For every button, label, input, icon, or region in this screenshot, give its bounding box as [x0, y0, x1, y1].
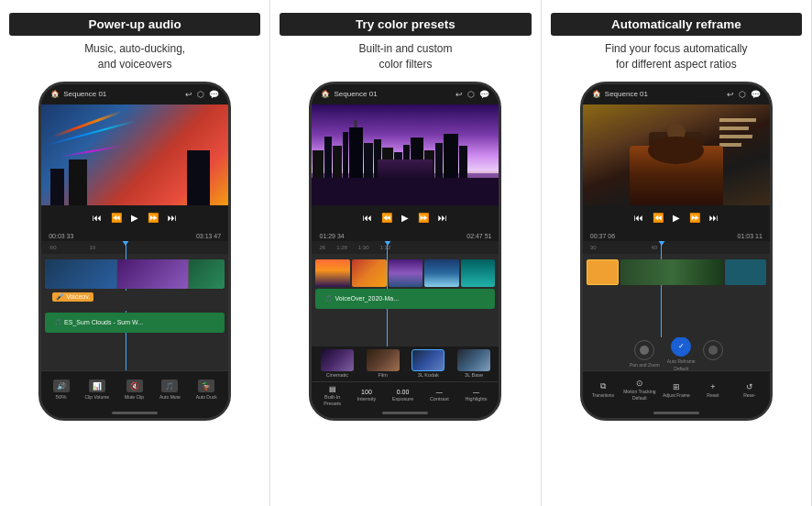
clip-volume-icon: 📊 — [89, 380, 105, 392]
controls-bar-1[interactable]: ⏮ ⏪ ▶ ⏩ ⏭ — [41, 205, 228, 231]
voiceover-label: 🎤 Voiceov. — [52, 292, 93, 302]
tb-mute-label: Mute Clip — [125, 394, 144, 400]
bottom-toolbar-3: ⧉ Transitions ⊙ Motion Tracking Default … — [583, 370, 770, 409]
tb-volume[interactable]: 🔊 50% — [53, 380, 70, 400]
tb-type-label: Auto Mute — [159, 394, 181, 400]
step-fwd-btn-3[interactable]: ⏩ — [689, 213, 700, 223]
voiceover-track-2: 🎵 VoiceOver_2020-Ma... — [315, 289, 495, 309]
timecode-2: 01:29 34 02:47 51 — [312, 231, 499, 241]
timecode-1: 00:03 33 03:13 47 — [41, 231, 228, 241]
adj-intensity[interactable]: 100 Intensity — [357, 389, 376, 402]
adj-exposure[interactable]: 0.00 Exposure — [392, 389, 413, 402]
play-btn-1[interactable]: ▶ — [131, 213, 138, 223]
sequence-label-1: Sequence 01 — [63, 90, 106, 98]
home-indicator-2 — [312, 409, 499, 418]
tb-clip-volume[interactable]: 📊 Clip Volume — [84, 380, 109, 400]
play-btn-3[interactable]: ▶ — [673, 213, 680, 223]
timeline-2: 261:281:301:32 🎵 VoiceOver_2020-Ma... — [312, 241, 499, 346]
phone-color: 🏠 Sequence 01 ↩ ⬡ 💬 — [309, 82, 501, 421]
strip-2 — [352, 259, 387, 287]
panel-audio: Power-up audio Music, auto-ducking, and … — [0, 0, 270, 506]
panel-reframe-title: Automatically reframe — [551, 13, 802, 36]
adj-contrast[interactable]: — Contrast — [430, 389, 449, 402]
step-fwd-btn-1[interactable]: ⏩ — [148, 213, 159, 223]
sequence-label-3: Sequence 01 — [605, 90, 648, 98]
color-presets-strip[interactable]: Cinematic Film 3L Kodak 3L Base — [312, 346, 499, 381]
tb-type[interactable]: 🎵 Auto Mute — [159, 380, 181, 400]
tracks-1: 🎤 Voiceov. 🎵 ES_Sum Clouds - Sum W... — [41, 254, 228, 370]
panel-color-subtitle: Built-in and custom color filters — [358, 41, 452, 72]
ruler-3: 3040 — [583, 241, 770, 254]
skip-fwd-btn-1[interactable]: ⏭ — [168, 213, 177, 223]
panel-audio-subtitle: Music, auto-ducking, and voiceovers — [84, 41, 185, 72]
tb-mute[interactable]: 🔇 Mute Clip — [125, 380, 144, 400]
home-bar-3 — [653, 412, 699, 414]
panel-reframe: Automatically reframe Find your focus au… — [542, 0, 812, 506]
skip-back-btn-2[interactable]: ⏮ — [363, 213, 372, 223]
window-lines — [719, 114, 756, 160]
panel-audio-title: Power-up audio — [9, 13, 260, 36]
skip-back-btn-1[interactable]: ⏮ — [93, 213, 102, 223]
step-back-btn-1[interactable]: ⏪ — [111, 213, 122, 223]
volume-icon: 🔊 — [53, 380, 70, 392]
strip-1 — [315, 259, 350, 287]
step-back-btn-3[interactable]: ⏪ — [653, 213, 664, 223]
skip-fwd-btn-2[interactable]: ⏭ — [438, 213, 447, 223]
step-back-btn-2[interactable]: ⏪ — [381, 213, 392, 223]
reframe-pan-zoom[interactable]: Pan and Zoom — [630, 340, 660, 368]
play-btn-2[interactable]: ▶ — [401, 213, 409, 223]
reframe-third[interactable] — [703, 340, 723, 368]
motion-icon: ⊙ — [636, 379, 643, 388]
step-fwd-btn-2[interactable]: ⏩ — [418, 213, 429, 223]
phone-top-bar-audio: 🏠 Sequence 01 ↩ ⬡ 💬 — [41, 84, 228, 104]
tb3-motion[interactable]: ⊙ Motion Tracking Default — [621, 379, 658, 401]
music-track: 🎵 ES_Sum Clouds - Sum W... — [45, 313, 225, 333]
strip-5 — [461, 259, 496, 287]
tracks-2: 🎵 VoiceOver_2020-Ma... — [312, 254, 499, 346]
tb3-rese2[interactable]: ↺ Rese- — [731, 382, 768, 398]
adj-builtin[interactable]: ▤ Built-In Presets — [324, 385, 341, 406]
mute-icon: 🔇 — [126, 380, 143, 392]
video-preview-3 — [583, 104, 770, 205]
adj-highlights[interactable]: — Highlights — [465, 389, 487, 402]
sequence-label-2: Sequence 01 — [334, 90, 377, 98]
preset-base[interactable]: 3L Base — [453, 349, 496, 378]
rese2-icon: ↺ — [746, 382, 753, 391]
home-indicator-1 — [41, 409, 228, 418]
phone-top-bar-reframe: 🏠 Sequence 01 ↩ ⬡ 💬 — [583, 84, 770, 104]
phone-audio: 🏠 Sequence 01 ↩ ⬡ 💬 ⏮ ⏪ ▶ ⏩ — [38, 82, 231, 421]
video-preview-2 — [312, 104, 499, 205]
controls-bar-2[interactable]: ⏮ ⏪ ▶ ⏩ ⏭ — [312, 205, 499, 231]
tracks-3 — [583, 254, 770, 337]
bottom-toolbar-1: 🔊 50% 📊 Clip Volume 🔇 Mute Clip 🎵 Auto M… — [41, 370, 228, 409]
controls-bar-3[interactable]: ⏮ ⏪ ▶ ⏩ ⏭ — [583, 205, 770, 231]
ruler-1: :0010 — [41, 241, 228, 254]
tb3-transitions[interactable]: ⧉ Transitions — [585, 381, 621, 398]
home-bar-2 — [382, 412, 428, 414]
video-preview-1 — [41, 104, 228, 205]
preset-cinematic[interactable]: Cinematic — [315, 349, 358, 378]
tb-autoduck[interactable]: 🦆 Auto Duck — [196, 380, 217, 400]
adjust-icon: ⊞ — [673, 382, 680, 391]
panel-reframe-subtitle: Find your focus automatically for differ… — [605, 41, 747, 72]
tb-autoduck-label: Auto Duck — [196, 394, 217, 400]
skip-fwd-btn-3[interactable]: ⏭ — [709, 213, 719, 223]
reset-icon: + — [710, 382, 715, 391]
auto-reframe-circle: ✓ — [671, 336, 691, 357]
skip-back-btn-3[interactable]: ⏮ — [634, 213, 643, 223]
voiceover-track: 🎤 Voiceov. — [45, 291, 225, 311]
timeline-1: :0010 🎤 — [41, 241, 228, 370]
strip-4 — [424, 259, 459, 287]
tb-clip-volume-label: Clip Volume — [84, 394, 109, 400]
tb3-reset[interactable]: + Reset — [695, 382, 731, 398]
preset-film[interactable]: Film — [361, 349, 404, 378]
preset-kodak[interactable]: 3L Kodak — [407, 349, 450, 378]
strip-row-1 — [315, 259, 495, 287]
reframe-auto[interactable]: ✓ Auto Reframe Default — [667, 336, 696, 371]
color-adj-bar: ▤ Built-In Presets 100 Intensity 0.00 Ex… — [312, 381, 499, 409]
timecode-3: 00:37 06 01:03 11 — [583, 231, 770, 241]
phone-reframe: 🏠 Sequence 01 ↩ ⬡ 💬 — [580, 82, 773, 421]
ruler-2: 261:281:301:32 — [312, 241, 499, 254]
home-indicator-3 — [583, 409, 770, 418]
tb3-adjust[interactable]: ⊞ Adjust Frame — [658, 382, 695, 398]
